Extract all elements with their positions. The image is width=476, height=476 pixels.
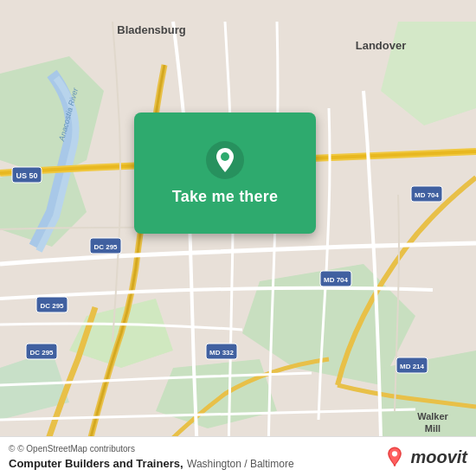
moovit-pin-icon: [383, 446, 407, 470]
svg-text:DC 295: DC 295: [40, 302, 64, 310]
svg-text:Mill: Mill: [425, 423, 441, 434]
svg-text:MD 704: MD 704: [324, 276, 349, 284]
bottom-bar: © © OpenStreetMap contributors Computer …: [0, 436, 476, 476]
svg-text:MD 214: MD 214: [400, 363, 425, 370]
location-name: Computer Builders and Trainers,: [9, 457, 183, 470]
moovit-text: moovit: [410, 447, 467, 467]
svg-point-33: [221, 152, 229, 161]
map-container: US 50 50 MD 704 MD 704 DC 295 DC 295 DC …: [0, 0, 476, 476]
osm-attribution: © © OpenStreetMap contributors: [9, 444, 294, 453]
svg-text:Walker: Walker: [417, 411, 448, 421]
svg-text:DC 295: DC 295: [29, 349, 54, 357]
action-card[interactable]: Take me there: [134, 113, 316, 234]
location-city: Washington / Baltimore: [187, 458, 294, 470]
attribution-text: © OpenStreetMap contributors: [17, 444, 135, 453]
svg-text:MD 704: MD 704: [415, 191, 440, 199]
svg-text:Landover: Landover: [356, 39, 407, 52]
svg-text:Bladensburg: Bladensburg: [117, 23, 186, 36]
svg-text:MD 332: MD 332: [209, 349, 235, 357]
map-background: US 50 50 MD 704 MD 704 DC 295 DC 295 DC …: [0, 0, 476, 476]
copyright-icon: ©: [9, 444, 15, 453]
moovit-logo: moovit: [383, 446, 467, 470]
svg-text:DC 295: DC 295: [93, 243, 118, 251]
location-info: Computer Builders and Trainers, Washingt…: [9, 455, 294, 471]
svg-point-34: [392, 451, 397, 456]
location-pin-icon: [206, 141, 244, 179]
svg-text:US 50: US 50: [16, 171, 37, 180]
bottom-left: © © OpenStreetMap contributors Computer …: [9, 444, 294, 471]
take-me-there-button[interactable]: Take me there: [172, 188, 278, 206]
